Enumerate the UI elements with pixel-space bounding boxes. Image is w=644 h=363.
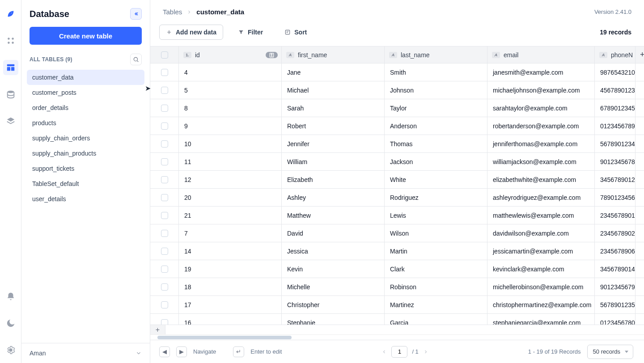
row-checkbox[interactable] <box>161 319 168 325</box>
cell-email[interactable]: jessicamartin@example.com <box>492 248 573 255</box>
row-checkbox[interactable] <box>161 283 168 291</box>
cell-first-name[interactable]: William <box>286 158 307 165</box>
bell-icon[interactable] <box>3 289 18 304</box>
grid-icon[interactable] <box>3 33 18 48</box>
checkbox[interactable] <box>161 51 168 59</box>
cell-last-name[interactable]: Garcia <box>389 319 408 325</box>
horizontal-scrollbar[interactable] <box>150 334 644 340</box>
sort-button[interactable]: Sort <box>278 25 314 40</box>
cell-id[interactable]: 14 <box>183 248 191 255</box>
cell-last-name[interactable]: Jackson <box>389 158 413 165</box>
table-row[interactable]: 4JaneSmithjanesmith@example.com987654321… <box>150 63 644 81</box>
column-header-id[interactable]: 1. id ⚿ <box>179 46 282 63</box>
cell-first-name[interactable]: Jane <box>286 69 301 76</box>
cell-phone[interactable]: 5678901235 <box>599 301 635 308</box>
cell-first-name[interactable]: Matthew <box>286 212 311 219</box>
cell-id[interactable]: 7 <box>183 230 188 237</box>
table-row[interactable]: 11WilliamJacksonwilliamjackson@example.c… <box>150 153 644 171</box>
table-row[interactable]: 12ElizabethWhiteelizabethwhite@example.c… <box>150 171 644 189</box>
breadcrumb-root[interactable]: Tables <box>163 8 182 16</box>
table-row[interactable]: 10JenniferThomasjenniferthomas@example.c… <box>150 135 644 153</box>
create-table-button[interactable]: Create new table <box>30 27 142 45</box>
row-checkbox[interactable] <box>161 69 168 76</box>
add-column-button[interactable]: + <box>636 46 644 63</box>
table-row[interactable]: 8SarahTaylorsarahtaylor@example.com67890… <box>150 99 644 117</box>
column-header-email[interactable]: Aemail <box>487 46 595 63</box>
cell-first-name[interactable]: Jessica <box>286 248 308 255</box>
sidebar-table-item[interactable]: products <box>27 115 144 131</box>
cell-last-name[interactable]: Smith <box>389 69 406 76</box>
column-header-last-name[interactable]: Alast_name <box>385 46 487 63</box>
cell-first-name[interactable]: Jennifer <box>286 140 309 148</box>
row-checkbox[interactable] <box>161 122 168 130</box>
table-row[interactable]: 14JessicaMartinjessicamartin@example.com… <box>150 242 644 260</box>
row-checkbox[interactable] <box>161 158 168 165</box>
page-size-select[interactable]: 50 records <box>587 345 633 359</box>
cell-last-name[interactable]: Robinson <box>389 283 416 291</box>
cell-email[interactable]: williamjackson@example.com <box>492 158 576 165</box>
cell-last-name[interactable]: White <box>389 176 406 183</box>
cell-last-name[interactable]: Martinez <box>389 301 414 308</box>
cell-last-name[interactable]: Martin <box>389 248 407 255</box>
gear-icon[interactable] <box>3 342 18 358</box>
cell-first-name[interactable]: David <box>286 230 303 237</box>
column-header-phone[interactable]: AphoneN <box>595 46 636 63</box>
cell-phone[interactable]: 2345678901 <box>599 212 635 219</box>
add-data-button[interactable]: Add new data <box>159 25 223 40</box>
cell-id[interactable]: 4 <box>183 69 188 76</box>
cell-first-name[interactable]: Michelle <box>286 283 310 291</box>
cell-first-name[interactable]: Kevin <box>286 266 303 273</box>
cell-last-name[interactable]: Anderson <box>389 122 417 130</box>
cell-email[interactable]: ashleyrodriguez@example.com <box>492 194 580 201</box>
cell-id[interactable]: 18 <box>183 283 191 291</box>
rocket-icon[interactable] <box>3 6 18 21</box>
cell-email[interactable]: matthewlewis@example.com <box>492 212 574 219</box>
cell-phone[interactable]: 6789012345 <box>599 105 635 112</box>
sidebar-table-item[interactable]: user_details <box>27 191 144 207</box>
sidebar-table-item[interactable]: supply_chain_orders <box>27 131 144 146</box>
cell-email[interactable]: michellerobinson@example.com <box>492 283 584 291</box>
cell-id[interactable]: 11 <box>183 158 191 165</box>
cell-email[interactable]: kevinclark@example.com <box>492 266 564 273</box>
cell-id[interactable]: 9 <box>183 122 188 130</box>
cell-last-name[interactable]: Johnson <box>389 87 414 94</box>
search-tables-button[interactable] <box>130 54 142 65</box>
table-row[interactable]: 9RobertAndersonrobertanderson@example.co… <box>150 117 644 135</box>
cell-last-name[interactable]: Rodriguez <box>389 194 419 201</box>
database-icon[interactable] <box>3 87 18 102</box>
cell-email[interactable]: christophermartinez@example.com <box>492 301 591 308</box>
cell-id[interactable]: 8 <box>183 105 188 112</box>
collapse-sidebar-button[interactable] <box>130 8 142 20</box>
cell-last-name[interactable]: Clark <box>389 266 405 273</box>
cell-id[interactable]: 5 <box>183 87 188 94</box>
row-checkbox[interactable] <box>161 194 168 201</box>
cell-id[interactable]: 16 <box>183 319 191 325</box>
row-checkbox[interactable] <box>161 87 168 94</box>
cell-email[interactable]: stephaniegarcia@example.com <box>492 319 580 325</box>
cell-last-name[interactable]: Taylor <box>389 105 407 112</box>
cell-first-name[interactable]: Stephanie <box>286 319 315 325</box>
cell-phone[interactable]: 9012345679 <box>599 283 635 291</box>
sidebar-table-item[interactable]: order_details <box>27 100 144 115</box>
cell-email[interactable]: davidwilson@example.com <box>492 230 569 237</box>
cell-phone[interactable]: 3456789012 <box>599 176 635 183</box>
cell-phone[interactable]: 0123456780 <box>599 319 635 325</box>
next-page-button[interactable] <box>423 349 428 355</box>
sidebar-table-item[interactable]: customer_posts <box>27 85 144 100</box>
moon-icon[interactable] <box>3 316 18 331</box>
sidebar-table-item[interactable]: TableSet_default <box>27 176 144 191</box>
table-row[interactable]: 18MichelleRobinsonmichellerobinson@examp… <box>150 278 644 296</box>
cell-id[interactable]: 20 <box>183 194 191 201</box>
table-row[interactable]: 21MatthewLewismatthewlewis@example.com23… <box>150 207 644 224</box>
table-row[interactable]: 16StephanieGarciastephaniegarcia@example… <box>150 314 644 325</box>
cell-phone[interactable]: 3456789014 <box>599 266 635 273</box>
nav-right-key[interactable]: ▶ <box>176 346 187 357</box>
cell-phone[interactable]: 2345678906 <box>599 248 635 255</box>
cell-email[interactable]: elizabethwhite@example.com <box>492 176 576 183</box>
nav-left-key[interactable]: ◀ <box>159 346 170 357</box>
cell-email[interactable]: sarahtaylor@example.com <box>492 105 568 112</box>
cell-phone[interactable]: 5678901234 <box>599 140 635 148</box>
table-row[interactable]: 19KevinClarkkevinclark@example.com345678… <box>150 260 644 278</box>
cell-id[interactable]: 10 <box>183 140 191 148</box>
row-checkbox[interactable] <box>161 266 168 273</box>
